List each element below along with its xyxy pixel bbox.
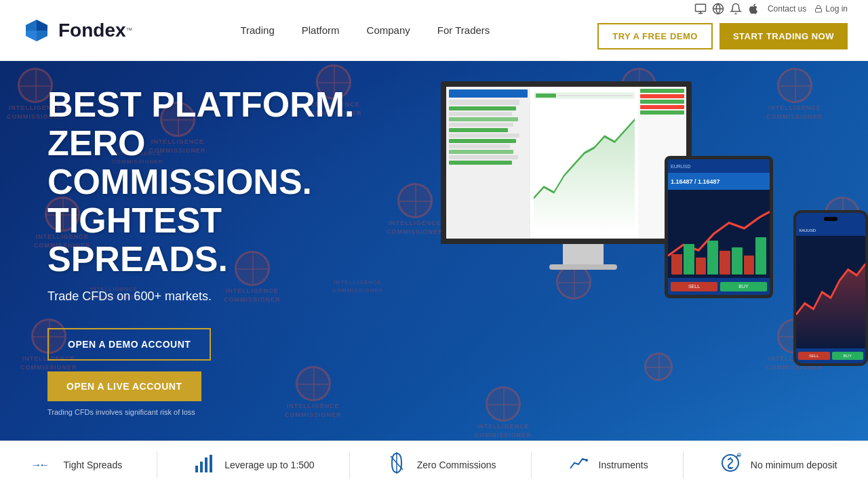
divider-2 [349, 451, 350, 479]
bottom-bar: →← Tight Spreads Leverage up to 1:500 Ze… [0, 441, 868, 488]
feature-instruments: Instruments [566, 453, 648, 476]
lock-icon [814, 5, 823, 13]
apple-icon[interactable] [747, 3, 760, 15]
svg-marker-12 [534, 119, 635, 232]
header-actions: Contact us Log in TRY A FREE DEMO START … [597, 11, 848, 49]
svg-rect-14 [195, 466, 198, 472]
open-live-button[interactable]: OPEN A LIVE ACCOUNT [47, 371, 201, 401]
feature-no-min-deposit: No minimum deposit [718, 452, 837, 478]
zero-commissions-label: Zero Commissions [417, 460, 496, 470]
globe-icon[interactable] [712, 3, 724, 15]
hero-buttons: OPEN A DEMO ACCOUNT OPEN A LIVE ACCOUNT [47, 328, 373, 401]
divider-3 [531, 451, 532, 479]
start-trading-button[interactable]: START TRADING NOW [719, 23, 848, 49]
notification-icon[interactable] [730, 3, 742, 15]
login-link[interactable]: Log in [814, 4, 848, 14]
main-nav: Trading Platform Company For Traders [240, 24, 490, 36]
logo-icon [20, 14, 53, 47]
nav-company[interactable]: Company [367, 24, 410, 36]
divider-1 [157, 451, 157, 479]
nav-for-traders[interactable]: For Traders [437, 24, 490, 36]
feature-leverage: Leverage up to 1:500 [192, 452, 314, 478]
instruments-icon [566, 453, 591, 476]
nav-platform[interactable]: Platform [302, 24, 340, 36]
no-min-deposit-icon [718, 452, 743, 478]
instruments-label: Instruments [599, 460, 648, 470]
svg-rect-17 [210, 455, 212, 472]
phone-device: XAUUSD SELL [793, 210, 868, 366]
leverage-icon [192, 452, 216, 478]
monitor-icon [694, 3, 707, 15]
hero-disclaimer: Trading CFDs involves significant risk o… [47, 408, 373, 416]
logo-text: Fondex™ [58, 20, 133, 41]
hero-content: BEST PLATFORM. ZERO COMMISSIONS. TIGHTES… [0, 85, 373, 417]
svg-point-20 [585, 459, 588, 462]
svg-rect-6 [695, 4, 705, 12]
tight-spreads-icon: →← [31, 459, 56, 471]
monitor-screen [441, 81, 692, 244]
divider-4 [683, 451, 684, 479]
try-demo-button[interactable]: TRY A FREE DEMO [597, 23, 713, 49]
hero-section: INTELLIGENCE COMMISSIONER INTELLIGENCE C… [0, 61, 868, 441]
hero-title: BEST PLATFORM. ZERO COMMISSIONS. TIGHTES… [47, 85, 373, 279]
tablet-device: EURUSD 1.16487 / 1.16487 [665, 156, 773, 298]
hero-subtitle: Trade CFDs on 600+ markets. [47, 289, 373, 304]
nav-trading[interactable]: Trading [240, 24, 274, 36]
svg-marker-13 [796, 264, 865, 349]
feature-tight-spreads: →← Tight Spreads [31, 459, 123, 471]
feature-zero-commissions: Zero Commissions [384, 452, 496, 478]
open-demo-button[interactable]: OPEN A DEMO ACCOUNT [47, 328, 211, 361]
contact-link[interactable]: Contact us [768, 4, 806, 14]
no-min-deposit-label: No minimum deposit [751, 460, 837, 470]
tight-spreads-label: Tight Spreads [64, 460, 123, 470]
logo[interactable]: Fondex™ [20, 14, 133, 47]
hero-devices: EURUSD 1.16487 / 1.16487 [420, 75, 868, 441]
svg-rect-15 [200, 462, 203, 472]
zero-commissions-icon [384, 452, 409, 478]
top-icons [694, 3, 760, 15]
svg-point-25 [737, 453, 741, 457]
svg-rect-11 [816, 9, 822, 13]
leverage-label: Leverage up to 1:500 [224, 460, 314, 470]
svg-rect-16 [205, 458, 208, 472]
